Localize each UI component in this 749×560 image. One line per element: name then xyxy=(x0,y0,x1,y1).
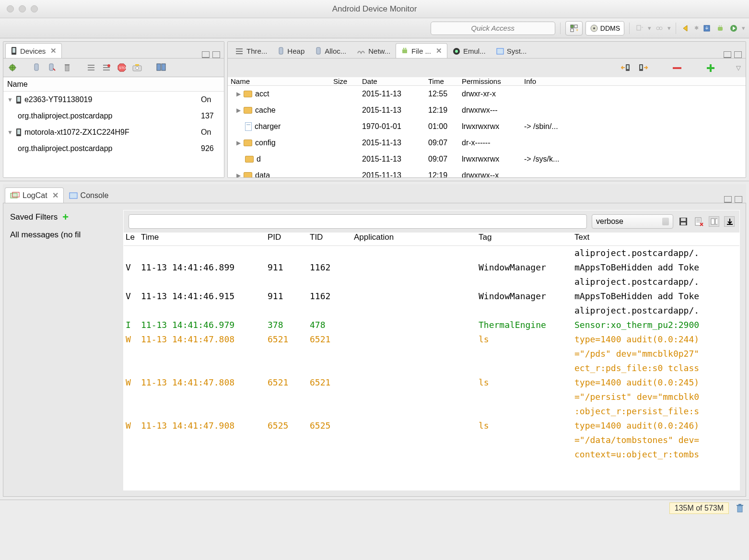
expand-icon[interactable]: ▼ xyxy=(7,129,13,136)
log-col-level[interactable]: Le xyxy=(124,233,141,245)
tab-alloc[interactable]: Alloc... xyxy=(310,43,351,58)
capture-icon[interactable] xyxy=(156,62,166,73)
expand-icon[interactable]: ▶ xyxy=(236,140,241,146)
add-filter-icon[interactable]: + xyxy=(62,211,69,223)
ddms-perspective-button[interactable]: DDMS xyxy=(585,21,624,35)
fs-row[interactable]: ▶acct2015-11-1312:55drwxr-xr-x xyxy=(228,86,746,102)
gc-icon[interactable] xyxy=(62,62,72,73)
log-row[interactable]: W11-13 14:41:47.80865216521lstype=1400 a… xyxy=(124,332,739,347)
open-perspective-button[interactable]: + xyxy=(565,21,583,35)
fs-row[interactable]: ▶data2015-11-1312:19drwxrwx--x xyxy=(228,167,746,177)
stop-icon[interactable]: STOP xyxy=(117,62,127,73)
fs-row[interactable]: d2015-11-1309:07lrwxrwxrwx-> /sys/k... xyxy=(228,151,746,167)
log-row[interactable]: V11-13 14:41:46.9159111162WindowManagerm… xyxy=(124,289,739,303)
log-col-time[interactable]: Time xyxy=(141,233,268,245)
device-row[interactable]: ▼motorola-xt1072-ZX1C224H9FOn xyxy=(3,124,224,140)
tab-file [interactable]: File ...✕ xyxy=(396,43,447,58)
run-icon[interactable] xyxy=(728,23,739,34)
log-col-app[interactable]: Application xyxy=(354,233,479,245)
clear-log-icon[interactable] xyxy=(693,216,704,227)
log-col-tag[interactable]: Tag xyxy=(479,233,574,245)
expand-icon[interactable]: ▶ xyxy=(236,107,241,114)
log-row[interactable]: W11-13 14:41:47.90865256525lstype=1400 a… xyxy=(124,419,739,433)
fs-row[interactable]: ▶config2015-11-1309:07dr-x------ xyxy=(228,135,746,151)
fs-col-size[interactable]: Size xyxy=(333,77,362,85)
view-menu-icon[interactable]: ▽ xyxy=(736,64,741,71)
save-log-icon[interactable] xyxy=(678,216,689,227)
expand-icon[interactable]: ▶ xyxy=(236,91,241,97)
toolbar-action-2[interactable] xyxy=(654,23,665,34)
tab-syst[interactable]: Syst... xyxy=(491,44,532,58)
tab-thre[interactable]: Thre... xyxy=(230,44,272,58)
heap-dump-icon[interactable] xyxy=(47,62,57,73)
log-row[interactable]: ="/persist" dev="mmcblk0 xyxy=(124,390,739,404)
toggle-split-icon[interactable] xyxy=(709,216,719,227)
log-row[interactable]: :object_r:persist_file:s xyxy=(124,404,739,419)
maximize-view-icon[interactable] xyxy=(212,51,220,58)
close-window-button[interactable] xyxy=(7,5,14,12)
tab-logcat[interactable]: LogCat ✕ xyxy=(5,187,64,203)
close-icon[interactable]: ✕ xyxy=(52,191,59,200)
fs-col-date[interactable]: Date xyxy=(362,77,428,85)
device-row[interactable]: ▼e2363-YT91138019On xyxy=(3,92,224,108)
log-row[interactable]: aliproject.postcardapp/. xyxy=(124,303,739,318)
toolbar-action-1[interactable] xyxy=(634,23,645,34)
tab-netw[interactable]: Netw... xyxy=(351,44,396,58)
android-icon[interactable] xyxy=(715,23,726,34)
push-file-icon[interactable] xyxy=(638,63,649,73)
delete-file-icon[interactable] xyxy=(672,63,682,73)
expand-icon[interactable]: ▼ xyxy=(7,96,13,103)
heap-icon[interactable] xyxy=(31,62,42,73)
maximize-view-icon[interactable] xyxy=(735,196,742,203)
tab-emul[interactable]: Emul... xyxy=(447,44,491,58)
fs-col-time[interactable]: Time xyxy=(428,77,462,85)
log-row[interactable]: W11-13 14:41:47.80865216521lstype=1400 a… xyxy=(124,375,739,390)
fs-col-perm[interactable]: Permissions xyxy=(462,77,524,85)
close-icon[interactable]: ✕ xyxy=(436,47,442,55)
close-icon[interactable]: ✕ xyxy=(50,47,57,55)
threads-icon[interactable] xyxy=(86,62,96,73)
scroll-lock-icon[interactable] xyxy=(724,216,735,227)
tab-devices[interactable]: Devices ✕ xyxy=(5,43,62,58)
log-col-tid[interactable]: TID xyxy=(310,233,354,245)
log-row[interactable]: ="/pds" dev="mmcblk0p27" xyxy=(124,347,739,361)
fs-col-name[interactable]: Name xyxy=(228,77,333,85)
log-filter-input[interactable] xyxy=(129,214,587,229)
zoom-window-button[interactable] xyxy=(31,5,38,12)
screenshot-icon[interactable] xyxy=(132,62,142,73)
log-row[interactable]: aliproject.postcardapp/. xyxy=(124,246,739,260)
fs-row[interactable]: charger1970-01-0101:00lrwxrwxrwx-> /sbin… xyxy=(228,118,746,135)
process-row[interactable]: org.thaliproject.postcardapp926 xyxy=(3,140,224,157)
log-row[interactable]: ect_r:pds_file:s0 tclass xyxy=(124,361,739,375)
log-col-text[interactable]: Text xyxy=(574,233,739,245)
log-row[interactable]: aliproject.postcardapp/. xyxy=(124,275,739,289)
log-rows[interactable]: aliproject.postcardapp/.V11-13 14:41:46.… xyxy=(124,246,739,490)
new-folder-icon[interactable] xyxy=(705,63,716,73)
log-level-select[interactable]: verbose xyxy=(592,214,673,229)
log-row[interactable]: context=u:object_r:tombs xyxy=(124,447,739,462)
minimize-view-icon[interactable] xyxy=(724,196,732,203)
fs-col-info[interactable]: Info xyxy=(524,77,746,85)
pull-file-icon[interactable] xyxy=(621,63,632,73)
log-row[interactable]: V11-13 14:41:46.8999111162WindowManagerm… xyxy=(124,260,739,275)
back-icon[interactable] xyxy=(681,23,691,34)
process-row[interactable]: org.thaliproject.postcardapp137 xyxy=(3,108,224,124)
memory-indicator[interactable]: 135M of 573M xyxy=(669,502,729,514)
download-icon[interactable] xyxy=(702,23,712,34)
debug-icon[interactable] xyxy=(7,62,18,73)
method-profile-icon[interactable] xyxy=(101,62,112,73)
expand-icon[interactable]: ▶ xyxy=(236,172,241,177)
minimize-view-icon[interactable] xyxy=(724,51,731,58)
fs-row[interactable]: ▶cache2015-11-1312:19drwxrwx--- xyxy=(228,102,746,118)
quick-access-input[interactable] xyxy=(431,22,555,35)
minimize-view-icon[interactable] xyxy=(202,51,210,58)
log-row[interactable]: ="/data/tombstones" dev= xyxy=(124,433,739,447)
trash-icon[interactable] xyxy=(736,503,744,513)
log-row[interactable]: I11-13 14:41:46.979378478ThermalEngineSe… xyxy=(124,318,739,332)
log-col-pid[interactable]: PID xyxy=(268,233,310,245)
tab-console[interactable]: Console xyxy=(64,188,114,203)
tab-heap[interactable]: Heap xyxy=(272,43,310,58)
maximize-view-icon[interactable] xyxy=(734,51,742,58)
filter-all-messages[interactable]: All messages (no fil xyxy=(10,228,120,242)
minimize-window-button[interactable] xyxy=(19,5,26,12)
